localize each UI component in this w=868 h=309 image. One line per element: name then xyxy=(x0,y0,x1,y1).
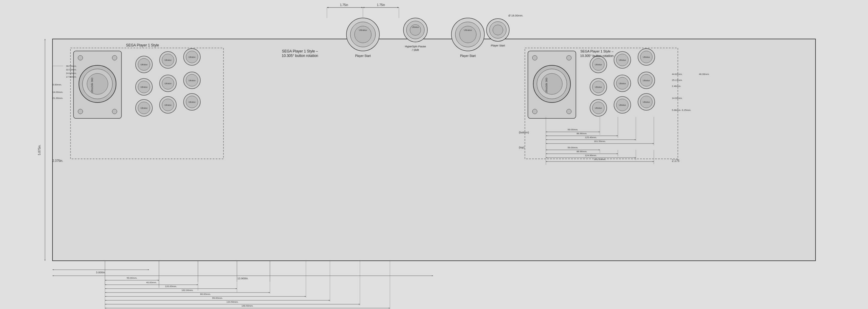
svg-point-66 xyxy=(493,25,503,35)
svg-text:5.875in.: 5.875in. xyxy=(38,144,41,155)
svg-text:1.75in: 1.75in xyxy=(377,3,385,7)
svg-text:25.13mm.: 25.13mm. xyxy=(672,79,683,81)
svg-text:/ Shift: / Shift xyxy=(412,48,419,52)
svg-text:1.75in: 1.75in xyxy=(340,3,348,7)
svg-text:134.50mm.: 134.50mm. xyxy=(226,301,239,303)
svg-point-75 xyxy=(532,109,537,114)
svg-point-8 xyxy=(78,56,83,60)
svg-text:88.96mm.: 88.96mm. xyxy=(577,150,587,153)
svg-point-9 xyxy=(112,56,117,60)
svg-text:3.000in.: 3.000in. xyxy=(96,271,105,274)
svg-text:59.00mm.: 59.00mm. xyxy=(567,128,578,131)
svg-text:Ultralux: Ultralux xyxy=(643,56,650,58)
svg-text:2.46mm.: 2.46mm. xyxy=(672,85,681,88)
svg-text:59.00mm.: 59.00mm. xyxy=(127,277,137,279)
svg-text:Ultralux: Ultralux xyxy=(141,86,148,88)
svg-text:Ultralux: Ultralux xyxy=(643,79,650,81)
svg-text:44.82mm.: 44.82mm. xyxy=(672,73,683,75)
svg-text:Ultralux: Ultralux xyxy=(412,26,419,28)
svg-text:88.96mm.: 88.96mm. xyxy=(577,132,587,135)
svg-text:Ultralux: Ultralux xyxy=(141,107,148,109)
svg-text:14.00mm.: 14.00mm. xyxy=(672,97,683,100)
svg-text:Ultralux: Ultralux xyxy=(359,29,367,31)
svg-text:UltraStik 360: UltraStik 360 xyxy=(545,78,548,93)
svg-text:Ultralux: Ultralux xyxy=(188,79,195,81)
svg-text:162.00mm.: 162.00mm. xyxy=(182,289,193,291)
svg-point-74 xyxy=(566,56,571,60)
svg-text:Ultralux: Ultralux xyxy=(188,56,195,58)
svg-text:Ultralux: Ultralux xyxy=(595,64,602,66)
svg-rect-5 xyxy=(53,39,815,261)
svg-text:99.00mm.: 99.00mm. xyxy=(212,297,223,300)
svg-text:Ultralux: Ultralux xyxy=(619,82,626,84)
svg-text:10.305° button rotation: 10.305° button rotation xyxy=(580,54,613,58)
svg-point-10 xyxy=(78,109,83,114)
svg-text:UltraStik 360: UltraStik 360 xyxy=(91,78,94,93)
svg-text:168.50mm.: 168.50mm. xyxy=(242,305,253,307)
svg-text:Ultralux: Ultralux xyxy=(464,29,472,31)
svg-text:161.59mm.: 161.59mm. xyxy=(594,140,606,143)
svg-text:Ultralux: Ultralux xyxy=(643,101,650,103)
svg-text:SEGA Player 1 Style: SEGA Player 1 Style xyxy=(126,43,159,47)
svg-text:120.00mm.: 120.00mm. xyxy=(165,285,177,288)
svg-text:2.175: 2.175 xyxy=(672,159,679,163)
svg-text:10.305° button rotation: 10.305° button rotation xyxy=(282,54,318,58)
svg-text:Ultralux: Ultralux xyxy=(164,104,172,106)
svg-point-76 xyxy=(566,109,571,114)
svg-point-14 xyxy=(87,73,108,94)
svg-text:5.68mm. 6.25mm.: 5.68mm. 6.25mm. xyxy=(672,109,691,111)
svg-point-11 xyxy=(112,109,117,114)
svg-text:Ultralux: Ultralux xyxy=(164,82,172,84)
svg-point-73 xyxy=(532,56,537,60)
svg-text:Ø 18.00mm.: Ø 18.00mm. xyxy=(508,14,523,17)
svg-text:59.00mm.: 59.00mm. xyxy=(567,146,578,149)
svg-text:24.80mm.: 24.80mm. xyxy=(66,72,77,75)
svg-text:125.46mm.: 125.46mm. xyxy=(585,136,597,139)
svg-text:66.00mm.: 66.00mm. xyxy=(200,293,211,296)
drawing-area: UltraStik 360 Ultralux Ultralux Ultralux… xyxy=(0,0,868,309)
svg-text:(bottom): (bottom) xyxy=(519,131,529,134)
svg-text:Ultralux: Ultralux xyxy=(164,59,172,61)
svg-text:38.50mm.: 38.50mm. xyxy=(66,65,77,67)
svg-text:124.96mm.: 124.96mm. xyxy=(585,154,597,157)
svg-text:161.10mm.: 161.10mm. xyxy=(594,158,606,161)
svg-text:32.50mm.: 32.50mm. xyxy=(66,68,77,71)
svg-text:Player Start: Player Start xyxy=(460,54,476,58)
svg-text:Ultralux: Ultralux xyxy=(141,64,148,66)
svg-text:6.00mm.: 6.00mm. xyxy=(53,83,62,86)
svg-text:13.900in.: 13.900in. xyxy=(237,277,248,280)
svg-text:Ultralux: Ultralux xyxy=(619,104,626,106)
svg-point-79 xyxy=(541,73,562,94)
svg-text:Ultralux: Ultralux xyxy=(595,107,602,109)
svg-text:Player Start: Player Start xyxy=(355,54,371,58)
svg-text:Ultralux: Ultralux xyxy=(595,86,602,88)
svg-text:SEGA Player 1 Style –: SEGA Player 1 Style – xyxy=(580,49,614,53)
svg-text:21.00mm.: 21.00mm. xyxy=(53,97,63,100)
svg-text:Player Start: Player Start xyxy=(491,44,505,47)
svg-text:40.00mm.: 40.00mm. xyxy=(146,281,157,284)
svg-text:HyperSpin Pause: HyperSpin Pause xyxy=(405,45,426,48)
svg-text:SEGA Player 1 Style –: SEGA Player 1 Style – xyxy=(282,49,318,53)
svg-text:Ultralux: Ultralux xyxy=(188,101,195,103)
svg-text:Ultralux: Ultralux xyxy=(619,59,626,61)
svg-text:14.00mm.: 14.00mm. xyxy=(53,91,63,94)
svg-text:46.36mm.: 46.36mm. xyxy=(699,73,710,75)
svg-text:17.50mm.: 17.50mm. xyxy=(66,75,77,78)
svg-text:(top): (top) xyxy=(519,146,525,149)
svg-text:2.375in.: 2.375in. xyxy=(53,159,63,163)
